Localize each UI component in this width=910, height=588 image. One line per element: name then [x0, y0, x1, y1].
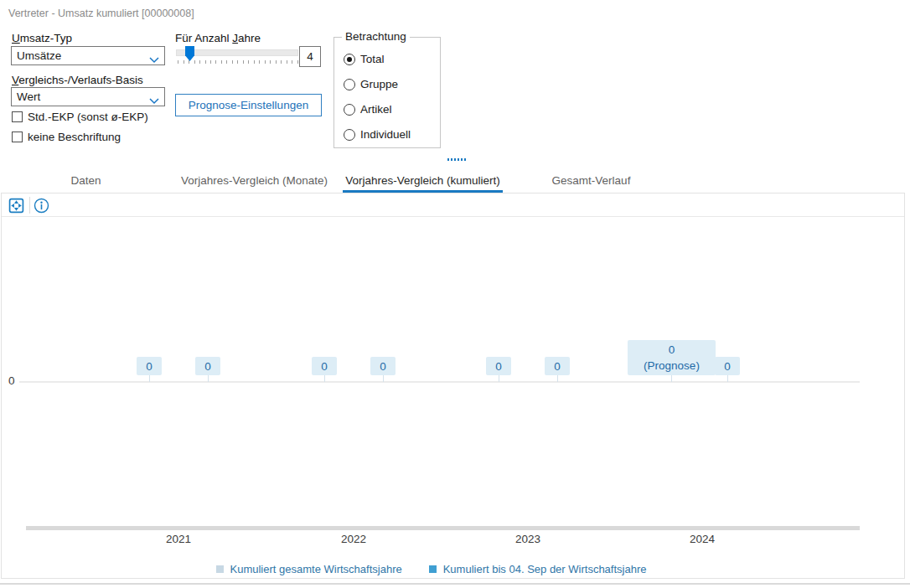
radio-total-label: Total — [360, 53, 385, 65]
std-ekp-checkbox[interactable]: Std.-EKP (sonst ø-EKP) — [12, 111, 148, 123]
chevron-down-icon — [149, 54, 159, 66]
tab-bar: Daten Vorjahres-Vergleich (Monate) Vorja… — [0, 172, 910, 193]
label-stem — [149, 375, 150, 382]
tab-vorjahres-vergleich-monate[interactable]: Vorjahres-Vergleich (Monate) — [170, 172, 339, 193]
x-axis-year-label: 2024 — [669, 533, 736, 545]
radio-individuell-label: Individuell — [360, 128, 411, 141]
umsatz-typ-select[interactable]: Umsätze — [11, 46, 165, 65]
checkbox-icon — [12, 111, 23, 122]
data-label-prognose: 0(Prognose) — [628, 340, 716, 375]
legend-swatch — [216, 565, 224, 573]
prognose-einstellungen-button[interactable]: Prognose-Einstellungen — [175, 94, 322, 116]
legend-label: Kumuliert bis 04. Sep der Wirtschaftsjah… — [443, 563, 647, 575]
jahre-label: Für Anzahl Jahre — [175, 32, 261, 44]
legend-swatch — [429, 565, 437, 573]
legend-item: Kumuliert bis 04. Sep der Wirtschaftsjah… — [429, 563, 647, 575]
data-label: 0 — [195, 357, 220, 375]
window-title: Vertreter - Umsatz kumuliert [00000008] — [8, 8, 194, 19]
data-label: 0 — [545, 357, 570, 375]
toolbar-divider — [29, 197, 30, 214]
tab-daten[interactable]: Daten — [2, 172, 170, 193]
slider-ticks — [178, 60, 298, 64]
label-stem — [671, 375, 672, 382]
chart-toolbar — [2, 193, 904, 217]
jahre-value-input[interactable]: 4 — [299, 46, 321, 67]
data-label: 0 — [370, 357, 396, 375]
label-stem — [208, 375, 209, 382]
radio-total[interactable]: Total — [344, 53, 385, 65]
x-axis-year-label: 2023 — [494, 533, 561, 545]
label-stem — [557, 375, 558, 382]
basis-value: Wert — [17, 90, 40, 103]
window-bottom-edge — [0, 583, 910, 585]
radio-individuell[interactable]: Individuell — [344, 128, 411, 141]
checkbox-icon — [12, 132, 23, 142]
fit-page-icon[interactable] — [8, 198, 24, 214]
x-axis-line — [26, 526, 860, 530]
chart-legend: Kumuliert gesamte Wirtschaftsjahre Kumul… — [2, 563, 861, 575]
chart-panel: 0 Kumuliert gesamte Wirtschaftsjahre Kum… — [1, 193, 905, 579]
radio-icon — [344, 54, 355, 65]
y-axis-tick: 0 — [8, 374, 15, 387]
data-label: 0 — [312, 357, 337, 375]
data-label: 0 — [137, 357, 162, 375]
radio-icon — [344, 129, 355, 141]
radio-gruppe-label: Gruppe — [360, 78, 398, 90]
label-stem — [499, 375, 499, 382]
info-icon[interactable] — [34, 198, 49, 214]
umsatz-typ-value: Umsätze — [17, 49, 61, 62]
basis-label: Vergleichs-/Verlaufs-Basis — [12, 74, 143, 86]
radio-artikel[interactable]: Artikel — [344, 103, 392, 116]
radio-icon — [344, 79, 355, 90]
betrachtung-group: Betrachtung Total Gruppe Artikel Individ… — [333, 37, 441, 148]
data-label: 0 — [715, 357, 740, 375]
label-stem — [383, 375, 384, 382]
chart-baseline — [19, 381, 860, 383]
umsatz-typ-label: Umsatz-Typ — [12, 32, 72, 44]
x-axis-year-label: 2021 — [145, 533, 212, 545]
x-axis-year-label: 2022 — [320, 533, 387, 545]
radio-artikel-label: Artikel — [360, 103, 392, 116]
app-window: Vertreter - Umsatz kumuliert [00000008] … — [0, 0, 910, 588]
label-stem — [324, 375, 325, 382]
legend-label: Kumuliert gesamte Wirtschaftsjahre — [230, 563, 402, 575]
radio-icon — [344, 104, 355, 116]
tab-vorjahres-vergleich-kumuliert[interactable]: Vorjahres-Vergleich (kumuliert) — [339, 172, 507, 193]
tab-gesamt-verlauf[interactable]: Gesamt-Verlauf — [507, 172, 675, 193]
legend-item: Kumuliert gesamte Wirtschaftsjahre — [216, 563, 402, 575]
data-label: 0 — [486, 357, 511, 375]
keine-beschriftung-label: keine Beschriftung — [28, 131, 121, 143]
keine-beschriftung-checkbox[interactable]: keine Beschriftung — [12, 131, 121, 143]
betrachtung-label: Betrachtung — [342, 30, 410, 43]
std-ekp-label: Std.-EKP (sonst ø-EKP) — [28, 111, 148, 123]
label-stem — [727, 375, 728, 382]
slider-thumb[interactable] — [185, 46, 194, 61]
basis-select[interactable]: Wert — [11, 87, 165, 106]
chevron-down-icon — [149, 95, 159, 107]
radio-gruppe[interactable]: Gruppe — [344, 78, 398, 90]
splitter-handle[interactable] — [447, 158, 467, 161]
